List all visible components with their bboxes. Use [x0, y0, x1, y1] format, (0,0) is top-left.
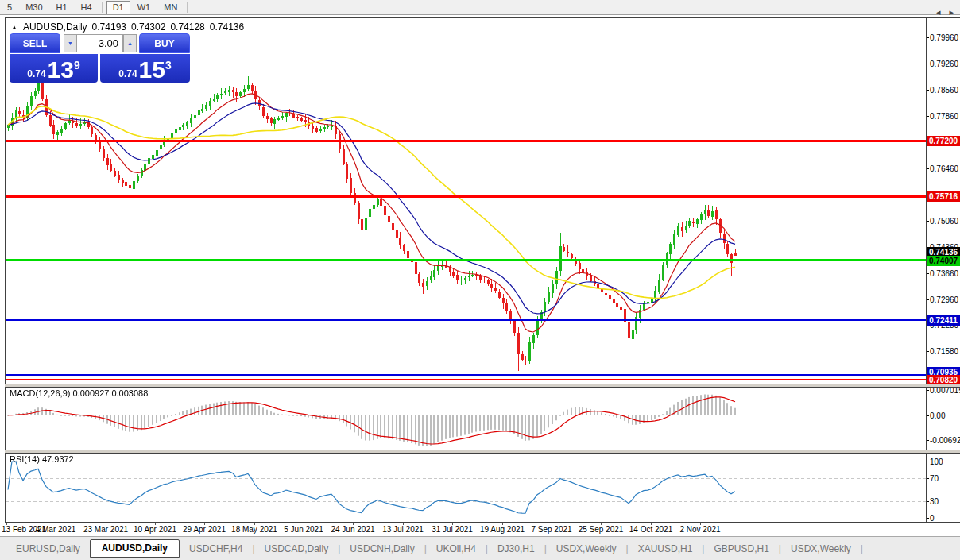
price-tick: 0.71580 — [930, 347, 958, 356]
toolbar-separator — [187, 2, 188, 13]
price-tick-dash — [927, 116, 929, 117]
date-label: 13 Jul 2021 — [375, 525, 431, 534]
date-label: 24 Jun 2021 — [325, 525, 381, 534]
date-label: 5 Jun 2021 — [276, 525, 331, 534]
ohlc-low: 0.74128 — [170, 21, 204, 33]
date-label: 31 Jul 2021 — [424, 525, 480, 534]
date-label: 14 Oct 2021 — [623, 525, 679, 534]
price-tick: 0.79960 — [930, 33, 958, 42]
sell-button[interactable]: SELL — [10, 33, 60, 53]
date-label: 29 Apr 2021 — [176, 525, 232, 534]
price-tick-dash — [927, 64, 929, 64]
buy-price-sup: 3 — [165, 59, 172, 71]
timeframe-button-d1[interactable]: D1 — [106, 1, 130, 14]
timeframe-button-5[interactable]: 5 — [1, 1, 18, 14]
rsi-tick: 30 — [930, 497, 939, 506]
sell-price-box[interactable]: 0.74 13 9 — [10, 54, 98, 83]
tab-scroll-arrows: ◂ ▸ — [930, 7, 954, 17]
volume-input[interactable] — [76, 34, 123, 52]
price-tick-dash — [927, 37, 929, 38]
price-tick-dash — [927, 221, 929, 222]
date-label: 7 Sep 2021 — [524, 525, 579, 534]
one-click-trade-panel: SELL ▼ ▲ BUY 0.74 13 9 0.74 15 3 — [10, 33, 190, 83]
date-label: 2 Nov 2021 — [672, 525, 728, 534]
chart-tab-usdcad-daily[interactable]: USDCAD,Daily — [255, 541, 339, 557]
timeframe-button-h4[interactable]: H4 — [75, 1, 99, 14]
price-tick-dash — [927, 273, 929, 274]
ohlc-close: 0.74136 — [210, 21, 244, 33]
scroll-tabs-left-icon[interactable]: ◂ — [936, 7, 941, 17]
timeframe-button-w1[interactable]: W1 — [131, 1, 157, 14]
rsi-tick-dash — [927, 478, 929, 479]
ohlc-open: 0.74193 — [92, 21, 126, 33]
chart-tab-dj30-h1[interactable]: DJ30,H1 — [488, 541, 544, 557]
buy-button[interactable]: BUY — [139, 33, 190, 53]
hline-badge-0.74007: 0.74007 — [927, 256, 960, 266]
price-tick-dash — [927, 90, 929, 91]
toolbar-separator — [102, 2, 103, 13]
date-label: 25 Sep 2021 — [573, 525, 629, 534]
price-tick: 0.75060 — [930, 217, 958, 226]
chart-tab-usdcnh-daily[interactable]: USDCNH,Daily — [340, 541, 424, 557]
price-tick: 0.78560 — [930, 86, 958, 95]
date-label: 18 May 2021 — [226, 525, 282, 534]
mt4-window: 5M30H1H4D1W1MN ▲AUDUSD,Daily0.741930.743… — [0, 0, 960, 560]
macd-rsi-splitter[interactable] — [5, 450, 960, 454]
chart-symbol-label: AUDUSD,Daily — [23, 21, 87, 33]
chart-title: ▲AUDUSD,Daily0.741930.743020.741280.7413… — [11, 21, 244, 32]
macd-name: MACD(12,26,9) — [10, 388, 70, 398]
sell-price-big: 13 — [48, 59, 74, 80]
price-tick-dash — [927, 168, 929, 169]
date-axis: 13 Feb 20214 Mar 202123 Mar 202110 Apr 2… — [0, 523, 960, 536]
hline-badge-0.77200: 0.77200 — [927, 136, 960, 146]
buy-price-box[interactable]: 0.74 15 3 — [100, 54, 190, 83]
volume-increase-button[interactable]: ▲ — [123, 34, 137, 52]
rsi-tick: 0 — [930, 514, 935, 523]
timeframe-toolbar: 5M30H1H4D1W1MN — [0, 0, 960, 15]
tab-separator: | — [861, 543, 863, 554]
date-label: 10 Apr 2021 — [127, 525, 183, 534]
macd-tick-dash — [927, 440, 929, 441]
chart-tab-usdx-weekly[interactable]: USDX,Weekly — [547, 541, 626, 557]
chart-tab-xauusd-h1[interactable]: XAUUSD,H1 — [629, 541, 703, 557]
timeframe-button-h1[interactable]: H1 — [50, 1, 74, 14]
chart-tab-eurusd-daily[interactable]: EURUSD,Daily — [6, 541, 90, 557]
macd-values: 0.000927 0.003088 — [72, 388, 148, 398]
price-tick: 0.77860 — [930, 112, 958, 121]
macd-tick: 0.00 — [930, 411, 945, 420]
chart-tab-audusd-daily[interactable]: AUDUSD,Daily — [90, 539, 180, 558]
chart-tab-ukoil-h4[interactable]: UKOil,H4 — [427, 541, 486, 557]
price-tick-dash — [927, 351, 929, 352]
buy-price-big: 15 — [139, 59, 165, 80]
rsi-tick: 70 — [930, 474, 939, 483]
price-tick: 0.76460 — [930, 164, 958, 173]
rsi-name: RSI(14) — [10, 454, 40, 464]
rsi-tick-dash — [927, 501, 929, 502]
chart-tab-bar: EURUSD,DailyAUDUSD,DailyUSDCHF,H4|USDCAD… — [0, 536, 960, 560]
date-label: 23 Mar 2021 — [78, 525, 134, 534]
sell-price-prefix: 0.74 — [27, 68, 45, 80]
rsi-tick-dash — [927, 462, 929, 462]
chart-tab-usdchf-h4[interactable]: USDCHF,H4 — [180, 541, 252, 557]
chart-tab-gbpusd-h1[interactable]: GBPUSD,H1 — [704, 541, 778, 557]
ohlc-high: 0.74302 — [131, 21, 165, 33]
chart-tab-usdx-weekly[interactable]: USDX,Weekly — [781, 541, 861, 557]
hline-badge-0.72411: 0.72411 — [927, 315, 960, 326]
price-tick: 0.79260 — [930, 60, 958, 68]
volume-decrease-button[interactable]: ▼ — [64, 34, 77, 52]
rsi-panel-canvas[interactable] — [6, 454, 926, 522]
collapse-arrow-icon[interactable]: ▲ — [11, 24, 17, 31]
hline-badge-0.75716: 0.75716 — [927, 191, 960, 202]
rsi-tick: 100 — [930, 458, 943, 466]
scroll-tabs-right-icon[interactable]: ▸ — [949, 7, 954, 17]
price-tick: 0.72960 — [930, 295, 958, 304]
price-axis-separator — [926, 18, 927, 523]
date-label: 19 Aug 2021 — [474, 525, 530, 534]
macd-indicator-label: MACD(12,26,9) 0.000927 0.003088 — [10, 388, 148, 398]
price-macd-splitter[interactable] — [5, 384, 960, 388]
date-label: 4 Mar 2021 — [28, 525, 83, 534]
macd-tick-dash — [927, 390, 929, 391]
timeframe-button-mn[interactable]: MN — [157, 1, 184, 14]
timeframe-button-m30[interactable]: M30 — [19, 1, 48, 14]
buy-price-prefix: 0.74 — [118, 68, 137, 80]
